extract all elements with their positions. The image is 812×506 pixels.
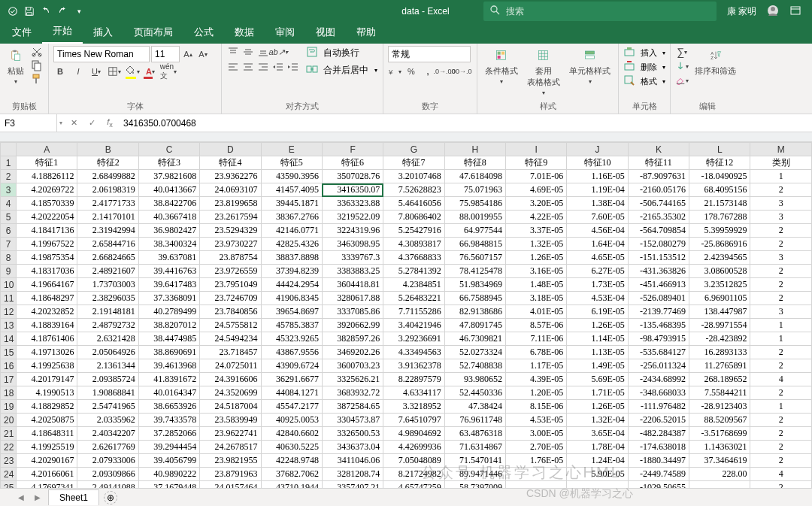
data-cell[interactable]: 38.3400324	[138, 238, 199, 251]
data-cell[interactable]: 4.20290167	[17, 454, 77, 468]
fx-icon[interactable]: fx	[101, 117, 119, 129]
name-box[interactable]	[0, 114, 57, 132]
data-cell[interactable]: 2.05064926	[77, 346, 138, 359]
align-middle-icon[interactable]	[241, 46, 255, 58]
cell-styles-button[interactable]: 单元格样式▾	[566, 46, 614, 86]
data-cell[interactable]: 3600703.23	[322, 359, 383, 373]
data-cell[interactable]: 3219522.09	[322, 211, 383, 224]
autosum-icon[interactable]: ∑ ▾	[675, 46, 689, 58]
data-cell[interactable]: 2	[750, 346, 812, 359]
data-cell[interactable]: 3	[750, 251, 812, 265]
data-cell[interactable]: 36.9802427	[138, 224, 199, 238]
row-header[interactable]: 12	[1, 305, 17, 319]
data-cell[interactable]: 3872584.65	[322, 400, 383, 414]
row-header[interactable]: 5	[1, 211, 17, 224]
data-cell[interactable]: 7.60E-05	[567, 211, 628, 224]
column-header[interactable]: F	[322, 143, 383, 156]
data-cell[interactable]: -98.4793915	[628, 332, 689, 346]
data-cell[interactable]: 47.38424	[444, 400, 505, 414]
data-cell[interactable]: 2	[750, 278, 812, 292]
data-cell[interactable]: -451.466913	[628, 278, 689, 292]
data-cell[interactable]: 39.637081	[138, 251, 199, 265]
data-cell[interactable]: 75.071963	[444, 183, 505, 197]
data-cell[interactable]: 2.14170101	[77, 211, 138, 224]
data-cell[interactable]: -526.089401	[628, 292, 689, 305]
data-cell[interactable]: 42146.0771	[261, 224, 322, 238]
row-header[interactable]: 24	[1, 468, 17, 481]
data-cell[interactable]: 93.980652	[444, 373, 505, 386]
data-cell[interactable]: 39.2944454	[138, 441, 199, 454]
data-cell[interactable]: 38837.8898	[261, 251, 322, 265]
data-cell[interactable]: 3828597.26	[322, 332, 383, 346]
row-header[interactable]: 22	[1, 441, 17, 454]
data-cell[interactable]: 37.3464619	[689, 454, 750, 468]
data-cell[interactable]	[506, 468, 567, 481]
row-header[interactable]: 7	[1, 238, 17, 251]
data-cell[interactable]: 6.78E-06	[506, 346, 567, 359]
data-cell[interactable]: 82.9138686	[444, 305, 505, 319]
data-cell[interactable]: 51.9834969	[444, 278, 505, 292]
row-header[interactable]: 4	[1, 197, 17, 211]
data-cell[interactable]: 76.5607157	[444, 251, 505, 265]
font-color-icon[interactable]: A▾	[144, 65, 157, 77]
save-icon[interactable]	[24, 6, 35, 17]
data-cell[interactable]: 4.53E-05	[506, 414, 567, 427]
data-cell[interactable]: 42840.6602	[261, 427, 322, 441]
data-cell[interactable]: 2	[750, 224, 812, 238]
data-cell[interactable]: 36291.6677	[261, 373, 322, 386]
data-cell[interactable]: 38.6653926	[138, 400, 199, 414]
data-cell[interactable]: 228.00	[689, 468, 750, 481]
data-cell[interactable]: 40925.0053	[261, 414, 322, 427]
orientation-icon[interactable]: ab↗▾	[271, 46, 285, 58]
data-cell[interactable]: 3.20E-05	[506, 197, 567, 211]
data-cell[interactable]: 24.5494234	[200, 332, 261, 346]
data-cell[interactable]: 4.20166061	[17, 468, 77, 481]
data-cell[interactable]: 2.62617769	[77, 441, 138, 454]
column-header[interactable]: G	[383, 143, 444, 156]
data-cell[interactable]: 2	[750, 441, 812, 454]
data-cell[interactable]: -1880.34497	[628, 454, 689, 468]
data-cell[interactable]: 37682.7062	[261, 468, 322, 481]
autosave-icon[interactable]	[8, 6, 18, 17]
header-cell[interactable]: 特征10	[567, 156, 628, 170]
data-cell[interactable]: 4.20222054	[17, 211, 77, 224]
data-cell[interactable]: 2	[750, 454, 812, 468]
data-cell[interactable]: 1.32E-05	[506, 238, 567, 251]
data-cell[interactable]: 4.30893817	[383, 238, 444, 251]
data-cell[interactable]: 4.39E-05	[506, 373, 567, 386]
data-cell[interactable]: 4.56E-04	[567, 224, 628, 238]
column-header[interactable]: J	[567, 143, 628, 156]
header-cell[interactable]: 特征6	[322, 156, 383, 170]
data-cell[interactable]: -2449.74589	[628, 468, 689, 481]
data-cell[interactable]: 5.69E-05	[567, 373, 628, 386]
data-cell[interactable]: 2	[750, 386, 812, 400]
data-cell[interactable]: 37.9821608	[138, 170, 199, 183]
data-cell[interactable]: 4.19967522	[17, 238, 77, 251]
data-cell[interactable]: 6.96901105	[689, 292, 750, 305]
data-cell[interactable]: 4.18648297	[17, 292, 77, 305]
delete-cells-button[interactable]: 删除 ▾	[623, 60, 665, 74]
data-cell[interactable]: 4	[750, 373, 812, 386]
data-cell[interactable]: 52.4450336	[444, 386, 505, 400]
data-cell[interactable]: 2.40342207	[77, 427, 138, 441]
data-cell[interactable]: 8.22897579	[383, 373, 444, 386]
data-cell[interactable]: 24.5187004	[200, 400, 261, 414]
data-cell[interactable]: 268.189652	[689, 373, 750, 386]
row-header[interactable]: 9	[1, 265, 17, 278]
data-cell[interactable]: 4.37668833	[383, 251, 444, 265]
data-cell[interactable]: 8.21724982	[383, 468, 444, 481]
sheet-tab-1[interactable]: Sheet1	[48, 489, 99, 505]
decrease-decimal-icon[interactable]: .00→.0	[454, 65, 468, 77]
row-header[interactable]: 18	[1, 386, 17, 400]
align-top-icon[interactable]	[226, 46, 240, 58]
column-header[interactable]: D	[200, 143, 261, 156]
wrap-text-button[interactable]: 自动换行	[306, 46, 377, 60]
column-header[interactable]: A	[17, 143, 77, 156]
data-cell[interactable]: 1.24E-04	[567, 454, 628, 468]
data-cell[interactable]: 1.19E-04	[567, 183, 628, 197]
formula-input[interactable]	[119, 114, 812, 132]
data-cell[interactable]: 1.14E-05	[567, 332, 628, 346]
data-cell[interactable]: 2.68499882	[77, 170, 138, 183]
data-cell[interactable]: 37394.8239	[261, 265, 322, 278]
data-cell[interactable]: 66.9848815	[444, 238, 505, 251]
